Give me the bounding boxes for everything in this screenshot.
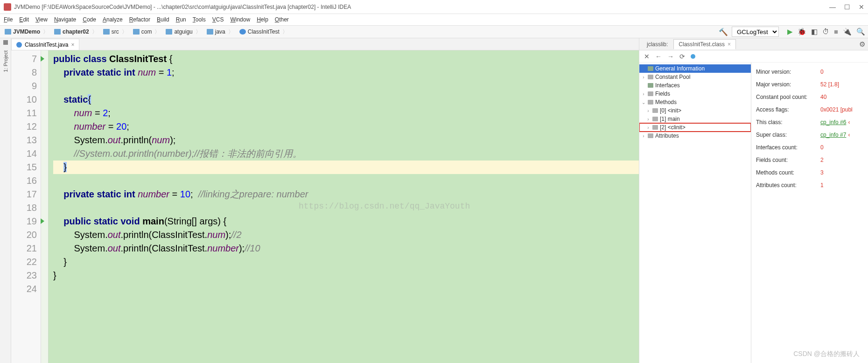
code-line[interactable]: static{ (53, 93, 639, 106)
editor-tabs: ClassInitTest.java × (11, 38, 639, 50)
crumb-classinittest[interactable]: ClassInitTest (238, 27, 292, 37)
close-button[interactable]: ✕ (859, 3, 864, 11)
code-line[interactable]: } (53, 269, 639, 282)
chevron-icon: › (641, 75, 646, 80)
tree-node-general-information[interactable]: General Information (639, 64, 751, 73)
menu-vcs[interactable]: VCS (212, 16, 224, 23)
menu-file[interactable]: File (4, 16, 13, 23)
breadcrumbs: JVMDemochapter02srccomatguigujavaClassIn… (3, 27, 292, 37)
info-icon[interactable] (691, 54, 695, 59)
code-line[interactable]: public static void main(String[] args) { (53, 215, 639, 228)
line-number: 23 (11, 269, 37, 282)
prop-row: Constant pool count:40 (756, 91, 868, 103)
gear-icon[interactable]: ⚙ (859, 40, 865, 49)
menu-code[interactable]: Code (83, 16, 96, 23)
run-gutter-icon[interactable] (41, 56, 44, 62)
line-number: 19 (11, 215, 37, 228)
attach-icon[interactable]: 🔌 (843, 28, 852, 36)
code-line[interactable]: private static int number = 10; //linkin… (53, 188, 639, 201)
tree-node--0-init-[interactable]: ›[0] <init> (639, 106, 751, 115)
line-number: 21 (11, 242, 37, 255)
chevron-icon: ⌄ (641, 100, 646, 105)
menu-tools[interactable]: Tools (193, 16, 206, 23)
forward-icon[interactable]: → (667, 53, 674, 60)
coverage-icon[interactable]: ◧ (811, 28, 818, 36)
menu-edit[interactable]: Edit (19, 16, 29, 23)
tree-node-constant-pool[interactable]: ›Constant Pool (639, 73, 751, 81)
prop-row: Super class:cp_info #7 ‹ (756, 128, 868, 141)
code-line[interactable] (53, 282, 639, 296)
crumb-chapter02[interactable]: chapter02 (52, 27, 101, 37)
code-line[interactable]: } (53, 255, 639, 269)
menu-navigate[interactable]: Navigate (54, 16, 76, 23)
refresh-icon[interactable]: ⟳ (679, 53, 685, 60)
tree-icon (652, 117, 658, 121)
search-icon[interactable]: 🔍 (856, 28, 865, 36)
code-line[interactable] (53, 79, 639, 93)
crumb-com[interactable]: com (131, 27, 164, 37)
editor-tab[interactable]: ClassInitTest.java × (11, 39, 79, 50)
prop-value: 40 (820, 94, 826, 100)
menu-refactor[interactable]: Refactor (129, 16, 150, 23)
menu-build[interactable]: Build (157, 16, 169, 23)
build-icon[interactable]: 🔨 (719, 28, 728, 36)
crumb-src[interactable]: src (101, 27, 131, 37)
tree-node-methods[interactable]: ⌄Methods (639, 98, 751, 106)
tree-node-interfaces[interactable]: Interfaces (639, 81, 751, 90)
back-icon[interactable]: ← (655, 53, 662, 60)
tree-node--1-main[interactable]: ›[1] main (639, 115, 751, 123)
jclasslib-tab[interactable]: jclasslib: (642, 40, 672, 49)
tree-node-attributes[interactable]: ›Attributes (639, 132, 751, 140)
profile-icon[interactable]: ⏱ (822, 28, 829, 36)
line-gutter: 789101112131415161718192021222324 (11, 50, 41, 363)
folder-icon (133, 29, 140, 35)
prop-row: Minor version:0 (756, 65, 868, 78)
run-config-select[interactable]: GCLogTest (732, 27, 779, 37)
crumb-java[interactable]: java (205, 27, 238, 37)
tree-node--2-clinit-[interactable]: ›[2] <clinit> (639, 123, 751, 132)
menu-analyze[interactable]: Analyze (103, 16, 123, 23)
project-tool-tab[interactable]: 1: Project (2, 48, 9, 75)
code-line[interactable]: //System.out.println(number);//报错：非法的前向引… (53, 147, 639, 161)
code-line[interactable]: public class ClassInitTest { (53, 52, 639, 66)
code-line[interactable]: } (53, 161, 639, 174)
crumb-jvmdemo[interactable]: JVMDemo (3, 27, 52, 37)
jclasslib-toolbar: ✕ ← → ⟳ (639, 50, 868, 63)
left-tool-strip: 1: Project (0, 38, 11, 363)
classfile-tab[interactable]: ClassInitTest.class× (673, 39, 736, 49)
window-controls: — ☐ ✕ (829, 3, 864, 11)
menu-help[interactable]: Help (257, 16, 268, 23)
run-gutter-icon[interactable] (41, 218, 44, 224)
project-tool-icon[interactable] (3, 40, 8, 45)
code-line[interactable]: System.out.println(num); (53, 133, 639, 147)
code-line[interactable]: num = 2; (53, 106, 639, 120)
maximize-button[interactable]: ☐ (844, 3, 850, 11)
code-line[interactable]: System.out.println(ClassInitTest.num);//… (53, 228, 639, 242)
menu-window[interactable]: Window (230, 16, 250, 23)
tree-icon (648, 83, 653, 88)
prop-value[interactable]: cp_info #6 (820, 119, 846, 126)
crumb-atguigu[interactable]: atguigu (164, 27, 204, 37)
right-tabs: jclasslib: ClassInitTest.class× ⚙ (639, 38, 868, 50)
chevron-icon: › (641, 91, 646, 97)
debug-icon[interactable]: 🐞 (798, 28, 806, 36)
code-line[interactable]: System.out.println(ClassInitTest.number)… (53, 242, 639, 255)
structure-tree[interactable]: General Information›Constant PoolInterfa… (639, 63, 751, 363)
code-line[interactable]: number = 20; (53, 120, 639, 133)
code-line[interactable] (53, 174, 639, 188)
code-line[interactable]: private static int num = 1; (53, 66, 639, 79)
run-icon[interactable]: ▶ (787, 28, 793, 36)
menu-other[interactable]: Other (275, 16, 289, 23)
tree-icon (648, 91, 653, 96)
jclasslib-panel: jclasslib: ClassInitTest.class× ⚙ ✕ ← → … (639, 38, 868, 363)
close-icon[interactable]: ✕ (644, 53, 650, 60)
tree-node-fields[interactable]: ›Fields (639, 90, 751, 98)
close-icon[interactable]: × (728, 41, 731, 48)
close-tab-icon[interactable]: × (71, 42, 74, 48)
line-number: 24 (11, 282, 37, 296)
minimize-button[interactable]: — (829, 3, 836, 11)
menu-run[interactable]: Run (176, 16, 186, 23)
stop-icon[interactable]: ■ (834, 28, 838, 36)
prop-value[interactable]: cp_info #7 (820, 132, 846, 138)
menu-view[interactable]: View (35, 16, 48, 23)
